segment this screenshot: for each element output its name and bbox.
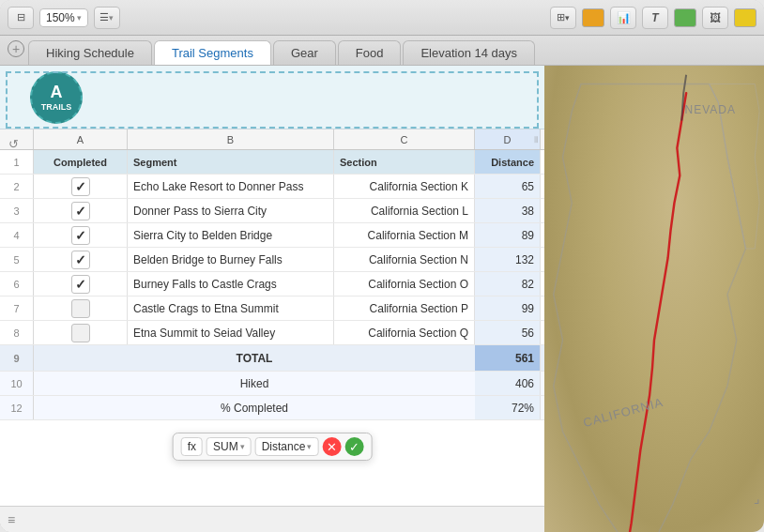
header-distance[interactable]: Distance bbox=[475, 150, 541, 174]
cell-segment-7[interactable]: Castle Crags to Etna Summit bbox=[128, 296, 334, 320]
image-icon: 🖼 bbox=[710, 11, 721, 24]
checkbox-3[interactable]: ✓ bbox=[71, 202, 90, 220]
cell-completed-4[interactable]: ✓ bbox=[34, 223, 128, 247]
cell-segment-4[interactable]: Sierra City to Belden Bridge bbox=[128, 223, 334, 247]
cell-completed-7[interactable] bbox=[34, 296, 128, 320]
cell-segment-6[interactable]: Burney Falls to Castle Crags bbox=[128, 272, 334, 296]
header-segment[interactable]: Segment bbox=[128, 150, 334, 174]
hiked-row[interactable]: 10 Hiked 406 bbox=[0, 372, 544, 396]
cell-distance-8[interactable]: 56 bbox=[475, 321, 541, 344]
col-header-d[interactable]: D ⦀ bbox=[475, 129, 541, 149]
spreadsheet-area: A TRAILS ↺ A B C bbox=[0, 66, 544, 532]
tab-food[interactable]: Food bbox=[338, 40, 402, 65]
header-completed[interactable]: Completed bbox=[34, 150, 128, 174]
sheet-bottom: ≡ bbox=[0, 506, 544, 532]
cell-pct-label[interactable]: % Completed bbox=[34, 396, 475, 419]
field-chevron-icon: ▾ bbox=[307, 442, 312, 451]
tab-hiking-schedule[interactable]: Hiking Schedule bbox=[28, 40, 152, 65]
cell-total-label[interactable]: TOTAL bbox=[34, 345, 475, 371]
tab-gear[interactable]: Gear bbox=[273, 40, 336, 65]
col-header-a[interactable]: A bbox=[34, 129, 128, 149]
cell-completed-5[interactable]: ✓ bbox=[34, 248, 128, 271]
table-row[interactable]: 3 ✓ Donner Pass to Sierra City Californi… bbox=[0, 199, 544, 223]
tab-trail-segments[interactable]: Trail Segments bbox=[154, 40, 271, 65]
row-num-5: 5 bbox=[0, 248, 34, 271]
cell-section-6[interactable]: California Section O bbox=[334, 272, 475, 296]
insert-button[interactable]: ⊞ ▾ bbox=[550, 7, 576, 29]
table-row[interactable]: 2 ✓ Echo Lake Resort to Donner Pass Cali… bbox=[0, 175, 544, 199]
cell-distance-2[interactable]: 65 bbox=[475, 175, 541, 198]
dashed-border bbox=[6, 71, 539, 129]
cell-distance-6[interactable]: 82 bbox=[475, 272, 541, 296]
formula-confirm-button[interactable]: ✓ bbox=[344, 437, 363, 456]
pct-completed-row[interactable]: 12 % Completed 72% bbox=[0, 396, 544, 420]
resize-corner-icon[interactable]: ⌟ bbox=[754, 491, 760, 506]
col-header-b[interactable]: B bbox=[128, 129, 334, 149]
formula-func-selector[interactable]: SUM ▾ bbox=[206, 437, 252, 456]
cell-completed-3[interactable]: ✓ bbox=[34, 199, 128, 222]
cell-section-2[interactable]: California Section K bbox=[334, 175, 475, 198]
checkbox-6[interactable]: ✓ bbox=[71, 275, 90, 294]
table-row[interactable]: 5 ✓ Belden Bridge to Burney Falls Califo… bbox=[0, 248, 544, 272]
cell-distance-3[interactable]: 38 bbox=[475, 199, 541, 222]
cell-section-8[interactable]: California Section Q bbox=[334, 321, 475, 344]
map-svg bbox=[544, 66, 764, 532]
table-row[interactable]: 4 ✓ Sierra City to Belden Bridge Califor… bbox=[0, 223, 544, 248]
cell-completed-6[interactable]: ✓ bbox=[34, 272, 128, 296]
cell-section-7[interactable]: California Section P bbox=[334, 296, 475, 320]
col-resize-handle-d[interactable]: ⦀ bbox=[532, 129, 540, 149]
cell-segment-2[interactable]: Echo Lake Resort to Donner Pass bbox=[128, 175, 334, 198]
chart-button[interactable]: 📊 bbox=[610, 7, 636, 29]
cell-segment-5[interactable]: Belden Bridge to Burney Falls bbox=[128, 248, 334, 271]
checkbox-4[interactable]: ✓ bbox=[71, 226, 90, 245]
cell-completed-2[interactable]: ✓ bbox=[34, 175, 128, 198]
field-label: Distance bbox=[262, 440, 306, 453]
header-section[interactable]: Section bbox=[334, 150, 475, 174]
view-toggle-button[interactable]: ⊟ bbox=[8, 7, 34, 29]
checkbox-2[interactable]: ✓ bbox=[71, 177, 90, 196]
row-num-7: 7 bbox=[0, 296, 34, 320]
refresh-icon[interactable]: ↺ bbox=[3, 133, 23, 154]
sheet-options-icon[interactable]: ≡ bbox=[8, 512, 15, 527]
cell-segment-8[interactable]: Etna Summit to Seiad Valley bbox=[128, 321, 334, 344]
formula-field-selector[interactable]: Distance ▾ bbox=[255, 437, 319, 456]
checkbox-7[interactable] bbox=[71, 299, 90, 318]
cell-hiked-label[interactable]: Hiked bbox=[34, 372, 475, 395]
cell-section-4[interactable]: California Section M bbox=[334, 223, 475, 247]
cell-total-distance[interactable]: 561 bbox=[475, 345, 541, 371]
checkbox-8[interactable] bbox=[71, 324, 90, 342]
total-row[interactable]: 9 TOTAL 561 bbox=[0, 345, 544, 372]
color-picker-orange[interactable] bbox=[582, 8, 604, 27]
cell-pct-value[interactable]: 72% bbox=[475, 396, 541, 419]
cell-section-3[interactable]: California Section L bbox=[334, 199, 475, 222]
cell-section-5[interactable]: California Section N bbox=[334, 248, 475, 271]
color-picker-green[interactable] bbox=[674, 8, 696, 27]
trail-logo: A TRAILS bbox=[30, 71, 83, 124]
func-label: SUM bbox=[213, 440, 238, 453]
toolbar-left: ⊟ 150% ▾ ☰ ▾ bbox=[8, 7, 120, 29]
table-row[interactable]: 6 ✓ Burney Falls to Castle Crags Califor… bbox=[0, 272, 544, 296]
table-row[interactable]: 7 Castle Crags to Etna Summit California… bbox=[0, 296, 544, 321]
color-picker-yellow[interactable] bbox=[734, 8, 756, 27]
sheet-header: A TRAILS bbox=[0, 66, 544, 129]
list-view-button[interactable]: ☰ ▾ bbox=[94, 7, 120, 29]
logo-symbol: A bbox=[51, 83, 63, 102]
zoom-control[interactable]: 150% ▾ bbox=[39, 8, 88, 27]
cell-completed-8[interactable] bbox=[34, 321, 128, 344]
text-button[interactable]: T bbox=[642, 7, 668, 29]
tab-elevation[interactable]: Elevation 14 days bbox=[403, 40, 535, 65]
image-button[interactable]: 🖼 bbox=[702, 7, 728, 29]
cell-distance-7[interactable]: 99 bbox=[475, 296, 541, 320]
cell-segment-3[interactable]: Donner Pass to Sierra City bbox=[128, 199, 334, 222]
cell-distance-4[interactable]: 89 bbox=[475, 223, 541, 247]
add-sheet-button[interactable]: + bbox=[8, 40, 24, 57]
cell-distance-5[interactable]: 132 bbox=[475, 248, 541, 271]
nevada-label: NEVADA bbox=[685, 103, 736, 116]
formula-fx-button[interactable]: fx bbox=[181, 437, 203, 456]
main-content: A TRAILS ↺ A B C bbox=[0, 66, 764, 532]
formula-cancel-button[interactable]: ✕ bbox=[322, 437, 341, 456]
table-row[interactable]: 8 Etna Summit to Seiad Valley California… bbox=[0, 321, 544, 345]
checkbox-5[interactable]: ✓ bbox=[71, 251, 90, 269]
col-header-c[interactable]: C bbox=[334, 129, 475, 149]
cell-hiked-distance[interactable]: 406 bbox=[475, 372, 541, 395]
